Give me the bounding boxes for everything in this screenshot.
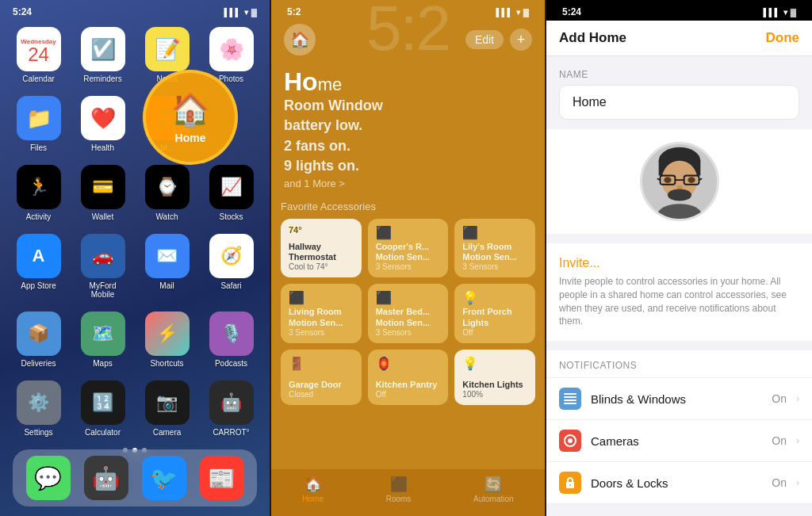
home-app-highlight-label: Home <box>175 132 206 144</box>
cameras-chevron: › <box>796 435 799 446</box>
app-mail[interactable]: ✉️ Mail <box>141 234 193 299</box>
master-bed-name: Master Bed... Motion Sen... <box>376 307 441 327</box>
tile-hallway-thermostat[interactable]: 74° Hallway Thermostat Cool to 74° <box>281 219 362 277</box>
add-home-nav: Add Home Done <box>546 21 812 56</box>
app-wallet[interactable]: 💳 Wallet <box>77 165 128 221</box>
home-tab-bar: 🏠 Home ⬛ Rooms 🔄 Automation <box>271 468 545 516</box>
more-link[interactable]: and 1 More > <box>284 178 532 189</box>
tile-garage-door[interactable]: 🚪 Garage Door Closed <box>281 350 362 405</box>
notif-doors-locks[interactable]: Doors & Locks On › <box>546 462 812 504</box>
add-home-title: Add Home <box>559 30 626 46</box>
app-mail-label: Mail <box>159 281 174 290</box>
app-grid-row5: 📦 Deliveries 🗺️ Maps ⚡ Shortcuts 🎙️ Podc… <box>0 305 270 374</box>
app-reminders[interactable]: ☑️ Reminders <box>77 27 128 83</box>
doors-locks-icon <box>559 472 581 494</box>
app-activity[interactable]: 🏃 Activity <box>13 165 64 221</box>
app-camera[interactable]: 📷 Camera <box>141 380 193 437</box>
app-myford[interactable]: 🚗 MyFord Mobile <box>77 234 128 299</box>
tile-front-porch[interactable]: 💡 Front Porch Lights Off <box>454 284 535 342</box>
app-podcasts[interactable]: 🎙️ Podcasts <box>205 312 257 368</box>
app-carrot[interactable]: 🤖 CARROT° <box>205 380 257 437</box>
wifi-icon-3: ▾ <box>783 8 787 17</box>
tile-kitchen-lights[interactable]: 💡 Kitchen Lights 100% <box>454 350 535 405</box>
home-app-highlight[interactable]: 🏠 Home <box>143 70 238 165</box>
home-summary: Home Room Window battery low. 2 fans on.… <box>271 62 545 193</box>
signal-icon: ▌▌▌ <box>224 8 240 17</box>
app-calculator-label: Calculator <box>85 428 121 437</box>
svg-rect-16 <box>564 399 576 401</box>
pantry-status: Off <box>376 390 441 399</box>
app-stocks[interactable]: 📈 Stocks <box>205 165 257 221</box>
app-deliveries[interactable]: 📦 Deliveries <box>13 312 64 368</box>
edit-button[interactable]: Edit <box>465 30 504 49</box>
dock-messages[interactable]: 💬 <box>26 456 71 500</box>
thermostat-name: Hallway Thermostat <box>289 242 354 262</box>
dock: 💬 🤖 🐦 📰 <box>13 449 257 506</box>
phone1-status-icons: ▌▌▌ ▾ ▓ <box>224 8 257 17</box>
add-button[interactable]: + <box>510 29 532 51</box>
phone3-status-icons: ▌▌▌ ▾ ▓ <box>763 8 796 17</box>
dock-bird[interactable]: 🐦 <box>142 456 186 500</box>
invite-link[interactable]: Invite... <box>559 256 799 270</box>
phone3-add-home: 5:24 ▌▌▌ ▾ ▓ Add Home Done NAME <box>546 0 812 516</box>
home-app-icon-large: 🏠 <box>170 91 210 128</box>
app-maps-label: Maps <box>93 359 112 368</box>
lilys-room-name: Lily's Room Motion Sen... <box>462 242 527 262</box>
app-grid-row4: A App Store 🚗 MyFord Mobile ✉️ Mail 🧭 Sa… <box>0 227 270 305</box>
blinds-svg <box>563 392 577 406</box>
cameras-label: Cameras <box>591 434 762 448</box>
dock-robot[interactable]: 🤖 <box>84 456 128 500</box>
blinds-label: Blinds & Windows <box>591 392 762 406</box>
summary-line1: Room Window <box>284 97 383 113</box>
app-watch[interactable]: ⌚ Watch <box>141 165 193 221</box>
app-files[interactable]: 📁 Files <box>13 96 64 152</box>
svg-point-10 <box>688 177 695 183</box>
living-room-status: 3 Sensors <box>289 328 354 337</box>
add-home-content: NAME <box>546 56 812 504</box>
app-appstore[interactable]: A App Store <box>13 234 64 299</box>
home-title: Home <box>284 68 532 96</box>
tile-living-room[interactable]: ⬛ Living Room Motion Sen... 3 Sensors <box>281 284 362 342</box>
tile-master-bed[interactable]: ⬛ Master Bed... Motion Sen... 3 Sensors <box>368 284 449 342</box>
app-settings[interactable]: ⚙️ Settings <box>13 380 64 437</box>
app-calendar[interactable]: Wednesday 24 Calendar <box>13 27 64 83</box>
tab-rooms[interactable]: ⬛ Rooms <box>386 476 412 503</box>
app-grid-row3: 🏃 Activity 💳 Wallet ⌚ Watch 📈 Stocks <box>0 159 270 227</box>
app-health[interactable]: ❤️ Health <box>77 96 128 152</box>
notif-cameras[interactable]: Cameras On › <box>546 420 812 462</box>
tab-home[interactable]: 🏠 Home <box>302 476 324 503</box>
signal-icon-3: ▌▌▌ <box>763 8 779 17</box>
doors-chevron: › <box>796 477 799 488</box>
garage-icon: 🚪 <box>289 356 354 371</box>
home-name-input[interactable] <box>559 85 799 120</box>
wifi-icon: ▾ <box>244 8 248 17</box>
app-shortcuts[interactable]: ⚡ Shortcuts <box>141 312 193 368</box>
app-maps[interactable]: 🗺️ Maps <box>77 312 128 368</box>
automation-tab-icon: 🔄 <box>485 476 502 493</box>
doors-status: On <box>772 476 787 489</box>
tile-kitchen-pantry[interactable]: 🏮 Kitchen Pantry Off <box>368 350 449 405</box>
app-calculator[interactable]: 🔢 Calculator <box>77 380 128 437</box>
notif-blinds-windows[interactable]: Blinds & Windows On › <box>546 378 812 420</box>
wifi-icon-2: ▾ <box>516 8 520 17</box>
tab-automation[interactable]: 🔄 Automation <box>473 476 514 503</box>
done-button[interactable]: Done <box>766 30 800 46</box>
pantry-icon: 🏮 <box>376 356 441 371</box>
tile-lilys-room[interactable]: ⬛ Lily's Room Motion Sen... 3 Sensors <box>454 219 535 277</box>
avatar-section <box>546 129 812 234</box>
app-deliveries-label: Deliveries <box>21 359 56 368</box>
svg-point-21 <box>569 484 571 486</box>
name-section-label: NAME <box>546 56 812 85</box>
svg-point-12 <box>667 189 691 201</box>
app-grid-row6: ⚙️ Settings 🔢 Calculator 📷 Camera 🤖 CARR… <box>0 374 270 443</box>
dock-news[interactable]: 📰 <box>200 456 244 500</box>
app-watch-label: Watch <box>156 212 178 221</box>
app-safari[interactable]: 🧭 Safari <box>205 234 257 299</box>
home-tab-label: Home <box>302 495 324 503</box>
invite-section: Invite... Invite people to control acces… <box>546 243 812 341</box>
app-wallet-label: Wallet <box>92 212 113 221</box>
tile-coopers-room[interactable]: ⬛ Cooper's R... Motion Sen... 3 Sensors <box>368 219 449 277</box>
phone2-home-app: 5:2 5:2 ▌▌▌ ▾ ▓ 🏠 Edit + Home Room Windo… <box>271 0 545 516</box>
doors-svg <box>563 476 577 490</box>
motion-icon-3: ⬛ <box>289 290 354 305</box>
